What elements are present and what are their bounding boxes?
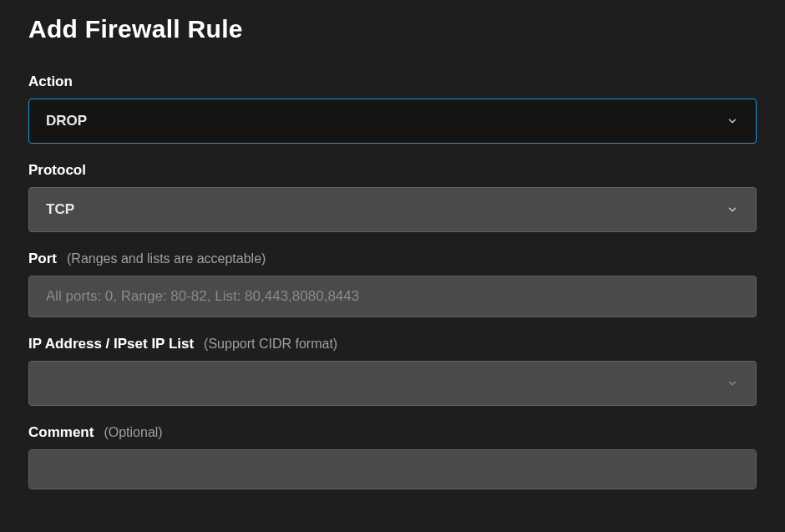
protocol-select[interactable]: TCP — [28, 187, 757, 232]
action-label: Action — [28, 73, 73, 90]
comment-hint: (Optional) — [104, 425, 162, 440]
ip-field-group: IP Address / IPset IP List (Support CIDR… — [28, 336, 757, 406]
page-title: Add Firewall Rule — [28, 15, 757, 43]
port-field-group: Port (Ranges and lists are acceptable) — [28, 251, 757, 317]
comment-field-group: Comment (Optional) — [28, 424, 757, 493]
protocol-label: Protocol — [28, 162, 86, 179]
protocol-select-value: TCP — [46, 201, 74, 218]
action-select-value: DROP — [46, 113, 87, 129]
ip-label: IP Address / IPset IP List — [28, 336, 194, 352]
comment-label: Comment — [28, 424, 94, 441]
ip-select[interactable] — [28, 361, 757, 406]
port-hint: (Ranges and lists are acceptable) — [67, 251, 266, 266]
action-field-group: Action DROP — [28, 73, 757, 144]
port-label: Port — [28, 251, 57, 267]
protocol-field-group: Protocol TCP — [28, 162, 757, 232]
port-input[interactable] — [28, 276, 757, 317]
ip-hint: (Support CIDR format) — [204, 337, 337, 352]
comment-input[interactable] — [28, 449, 757, 489]
action-select[interactable]: DROP — [28, 99, 757, 144]
